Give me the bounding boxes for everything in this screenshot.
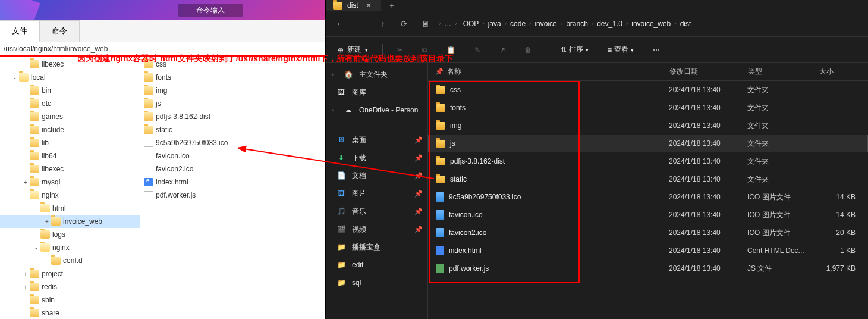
file-row-js[interactable]: js2024/1/18 13:40文件夹 bbox=[428, 135, 868, 152]
pc-icon[interactable]: 🖥 bbox=[416, 14, 435, 33]
file-row-favicon2.ico[interactable]: favicon2.ico2024/1/18 13:40ICO 图片文件20 KB bbox=[428, 224, 868, 242]
tree-item-libexec[interactable]: +libexec bbox=[0, 162, 140, 176]
tree-item-local[interactable]: -local bbox=[0, 71, 140, 84]
file-item-favicon.ico[interactable]: favicon.ico bbox=[140, 149, 325, 162]
col-name[interactable]: 📌名称 bbox=[428, 67, 669, 77]
tree-item-project[interactable]: +project bbox=[0, 267, 140, 280]
close-tab-icon[interactable]: ✕ bbox=[363, 1, 374, 10]
sidebar-item-edit[interactable]: 📁edit bbox=[326, 256, 427, 274]
sidebar-item-OneDrive - Person[interactable]: ›☁OneDrive - Person bbox=[326, 101, 427, 119]
tree-item-lib[interactable]: +lib bbox=[0, 136, 140, 149]
tree-item-etc[interactable]: +etc bbox=[0, 97, 140, 110]
refresh-button[interactable]: ⟳ bbox=[395, 14, 414, 33]
chevron-right-icon: › bbox=[674, 20, 676, 27]
file-row-favicon.ico[interactable]: favicon.ico2024/1/18 13:40ICO 图片文件14 KB bbox=[428, 206, 868, 224]
breadcrumb-code[interactable]: code bbox=[508, 18, 528, 29]
sidebar-item-下载[interactable]: ⬇下载📌 bbox=[326, 149, 427, 167]
tree-item-share[interactable]: +share bbox=[0, 307, 140, 319]
breadcrumb-invoice_web[interactable]: invoice_web bbox=[629, 18, 673, 29]
tree-label: etc bbox=[42, 99, 51, 108]
expander-icon[interactable]: + bbox=[43, 218, 51, 225]
file-row-fonts[interactable]: fonts2024/1/18 13:40文件夹 bbox=[428, 99, 868, 117]
sidebar-item-文档[interactable]: 📄文档📌 bbox=[326, 167, 427, 184]
expander-icon[interactable]: - bbox=[32, 205, 40, 212]
col-type[interactable]: 类型 bbox=[748, 67, 819, 77]
expander-icon[interactable]: - bbox=[21, 192, 30, 199]
sidebar-item-视频[interactable]: 🎬视频📌 bbox=[326, 220, 427, 238]
folder-icon bbox=[30, 126, 39, 134]
breadcrumb-branch[interactable]: branch bbox=[564, 18, 590, 29]
tree-item-lib64[interactable]: +lib64 bbox=[0, 149, 140, 162]
delete-button[interactable]: 🗑 bbox=[520, 43, 536, 57]
sidebar-item-图片[interactable]: 🖼图片📌 bbox=[326, 184, 427, 202]
file-item-fonts[interactable]: fonts bbox=[140, 71, 325, 84]
file-row-9c5a9b269750f033.ico[interactable]: 9c5a9b269750f033.ico2024/1/18 13:40ICO 图… bbox=[428, 188, 868, 206]
explorer-tab[interactable]: dist ✕ bbox=[326, 0, 381, 11]
file-item-pdf.worker.js[interactable]: pdf.worker.js bbox=[140, 189, 325, 202]
copy-button[interactable]: ⧉ bbox=[417, 43, 432, 57]
tab-文件[interactable]: 文件 bbox=[0, 20, 40, 42]
share-button[interactable]: ↗ bbox=[495, 43, 510, 57]
file-item-9c5a9b269750f033.ico[interactable]: 9c5a9b269750f033.ico bbox=[140, 136, 325, 149]
view-button[interactable]: ≡ 查看 ▾ bbox=[603, 42, 639, 57]
tree-item-games[interactable]: +games bbox=[0, 110, 140, 123]
tree-item-include[interactable]: +include bbox=[0, 123, 140, 136]
breadcrumb-dist[interactable]: dist bbox=[678, 18, 694, 29]
breadcrumb-OOP[interactable]: OOP bbox=[461, 18, 482, 29]
file-item-js[interactable]: js bbox=[140, 97, 325, 110]
file-row-pdfjs-3.8.162-dist[interactable]: pdfjs-3.8.162-dist2024/1/18 13:40文件夹 bbox=[428, 152, 868, 170]
file-row-static[interactable]: static2024/1/18 13:40文件夹 bbox=[428, 170, 868, 188]
expander-icon[interactable]: + bbox=[21, 284, 30, 290]
tab-命令[interactable]: 命令 bbox=[40, 20, 80, 42]
more-button[interactable]: ⋯ bbox=[648, 43, 665, 57]
col-size[interactable]: 大小 bbox=[819, 67, 868, 77]
tree-item-bin[interactable]: +bin bbox=[0, 84, 140, 97]
tree-item-mysql[interactable]: +mysql bbox=[0, 176, 140, 189]
tree-item-nginx[interactable]: -nginx bbox=[0, 189, 140, 202]
expander-icon[interactable]: + bbox=[21, 179, 30, 186]
back-button[interactable]: ← bbox=[331, 14, 350, 33]
file-row-css[interactable]: css2024/1/18 13:40文件夹 bbox=[428, 81, 868, 99]
file-item-pdfjs-3.8.162-dist[interactable]: pdfjs-3.8.162-dist bbox=[140, 110, 325, 123]
tree-item-redis[interactable]: +redis bbox=[0, 280, 140, 293]
breadcrumb-java[interactable]: java bbox=[486, 18, 504, 29]
breadcrumb-invoice[interactable]: invoice bbox=[532, 18, 559, 29]
file-item-img[interactable]: img bbox=[140, 84, 325, 97]
tree-item-html[interactable]: -html bbox=[0, 202, 140, 215]
col-date[interactable]: 修改日期 bbox=[669, 67, 748, 77]
tree-item-libexec[interactable]: +libexec bbox=[0, 58, 140, 71]
sort-button[interactable]: ⇅ 排序 ▾ bbox=[556, 42, 593, 57]
up-button[interactable]: ↑ bbox=[373, 14, 392, 33]
cut-button[interactable]: ✂ bbox=[392, 43, 408, 57]
breadcrumb-dev_1.0[interactable]: dev_1.0 bbox=[595, 18, 625, 29]
tree-item-logs[interactable]: +logs bbox=[0, 228, 140, 241]
sidebar-item-主文件夹[interactable]: ›🏠主文件夹 bbox=[326, 65, 427, 83]
sidebar-item-播播宝盒[interactable]: 📁播播宝盒 bbox=[326, 238, 427, 256]
file-row-pdf.worker.js[interactable]: pdf.worker.js2024/1/18 13:40JS 文件1,977 K… bbox=[428, 259, 868, 277]
file-item-static[interactable]: static bbox=[140, 123, 325, 136]
new-tab-button[interactable]: ＋ bbox=[381, 1, 402, 11]
path-input[interactable]: /usr/local/nginx/html/invoice_web bbox=[0, 42, 325, 57]
expander-icon[interactable]: - bbox=[32, 245, 40, 251]
header-label: 命令输入 bbox=[178, 4, 243, 17]
tree-item-sbin[interactable]: +sbin bbox=[0, 293, 140, 307]
file-item-css[interactable]: css bbox=[140, 58, 325, 71]
expander-icon[interactable]: + bbox=[21, 271, 30, 277]
file-row-index.html[interactable]: index.html2024/1/18 13:40Cent HTML Doc..… bbox=[428, 242, 868, 259]
file-row-img[interactable]: img2024/1/18 13:40文件夹 bbox=[428, 117, 868, 135]
tree-item-invoice_web[interactable]: +invoice_web bbox=[0, 215, 140, 228]
tree-item-nginx[interactable]: -nginx bbox=[0, 241, 140, 254]
rename-button[interactable]: ✎ bbox=[470, 43, 485, 57]
left-header: 命令输入 bbox=[0, 0, 325, 20]
sidebar-item-sql[interactable]: 📁sql bbox=[326, 274, 427, 292]
new-button[interactable]: ⊕ 新建 ▾ bbox=[333, 42, 373, 57]
sidebar-item-音乐[interactable]: 🎵音乐📌 bbox=[326, 202, 427, 220]
sidebar-item-桌面[interactable]: 🖥桌面📌 bbox=[326, 131, 427, 149]
file-item-favicon2.ico[interactable]: favicon2.ico bbox=[140, 162, 325, 176]
expander-icon[interactable]: - bbox=[11, 74, 19, 81]
paste-button[interactable]: 📋 bbox=[442, 43, 460, 57]
forward-button[interactable]: → bbox=[352, 14, 371, 33]
sidebar-item-图库[interactable]: 🖼图库 bbox=[326, 83, 427, 101]
tree-item-conf.d[interactable]: +conf.d bbox=[0, 254, 140, 267]
file-item-index.html[interactable]: index.html bbox=[140, 176, 325, 189]
